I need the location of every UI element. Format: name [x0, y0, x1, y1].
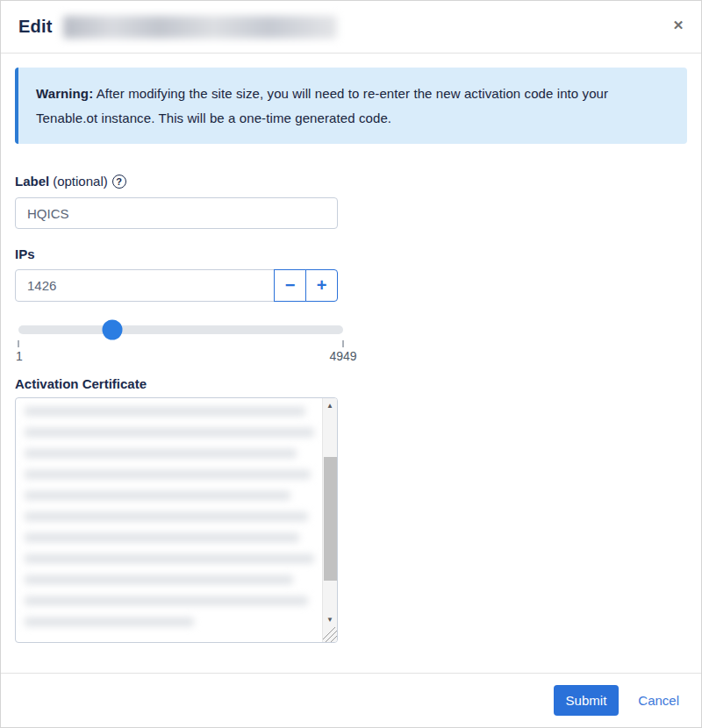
decrement-button[interactable]: −	[274, 269, 306, 302]
resize-grip-icon[interactable]	[323, 627, 337, 642]
ips-stepper-group: − +	[15, 269, 338, 302]
ips-field-label: IPs	[15, 246, 35, 261]
slider-min-label: 1	[16, 349, 23, 363]
certificate-redacted-content	[16, 398, 322, 642]
modal-footer: Submit Cancel	[1, 673, 701, 727]
modal-header: Edit ✕	[1, 1, 701, 54]
warning-label: Warning:	[36, 86, 93, 101]
edit-site-modal: Edit ✕ Warning: After modifying the site…	[0, 0, 702, 728]
label-field-optional: (optional)	[53, 174, 108, 189]
slider-track[interactable]	[18, 325, 343, 334]
ips-slider[interactable]	[18, 325, 343, 334]
help-icon[interactable]: ?	[112, 175, 126, 189]
increment-button[interactable]: +	[305, 269, 338, 302]
ips-field-label-row: IPs	[15, 246, 687, 261]
scroll-down-icon[interactable]: ▼	[323, 612, 337, 627]
certificate-label: Activation Certificate	[15, 376, 147, 391]
ips-input[interactable]	[15, 269, 275, 302]
label-field-label: Label	[15, 174, 49, 189]
slider-tick-max	[342, 340, 344, 347]
submit-button[interactable]: Submit	[554, 685, 620, 716]
slider-tick-min	[18, 340, 19, 347]
certificate-scrollbar[interactable]: ▲ ▼	[322, 398, 337, 642]
slider-scale: 1 4949	[18, 334, 343, 364]
scrollbar-thumb[interactable]	[324, 457, 337, 581]
label-input[interactable]	[15, 197, 338, 229]
cancel-button[interactable]: Cancel	[638, 693, 679, 708]
warning-text: After modifying the site size, you will …	[36, 86, 608, 125]
modal-title-redacted-text	[63, 16, 337, 39]
certificate-label-row: Activation Certificate	[15, 376, 687, 391]
close-icon[interactable]: ✕	[670, 17, 687, 34]
modal-body: Warning: After modifying the site size, …	[1, 54, 701, 673]
warning-banner: Warning: After modifying the site size, …	[15, 68, 687, 144]
modal-title: Edit	[18, 17, 53, 37]
scrollbar-track[interactable]	[323, 413, 337, 612]
label-field-label-row: Label (optional) ?	[15, 174, 687, 189]
activation-certificate-textarea[interactable]: ▲ ▼	[15, 397, 338, 643]
slider-max-label: 4949	[329, 349, 356, 363]
scroll-up-icon[interactable]: ▲	[323, 398, 337, 413]
